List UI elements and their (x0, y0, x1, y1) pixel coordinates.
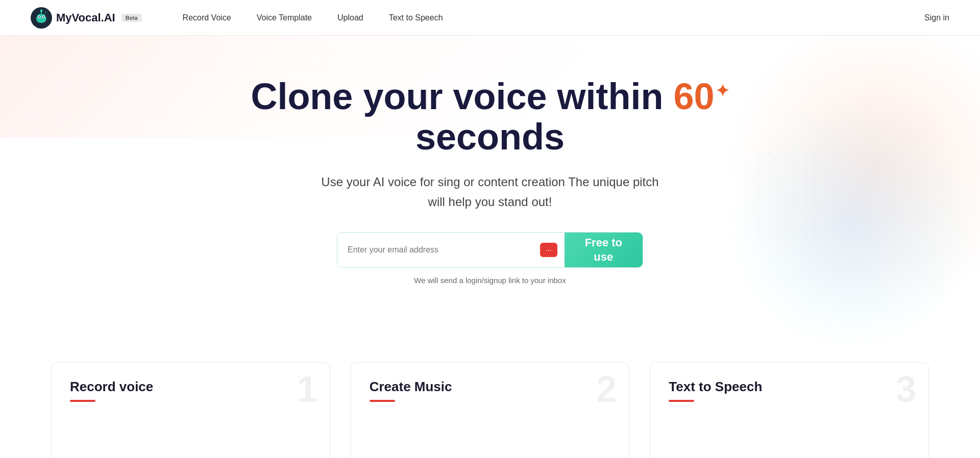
hero-title-start: Clone your voice within (251, 76, 673, 117)
beta-badge: Beta (121, 14, 142, 22)
features-row: 1 Record voice 2 Create Music 3 Text to … (0, 352, 980, 458)
navbar: ♪ MyVocal.AI Beta Record Voice Voice Tem… (0, 0, 980, 36)
sign-in-button[interactable]: Sign in (924, 13, 949, 22)
svg-text:♪: ♪ (44, 9, 47, 15)
hero-subtitle: Use your AI voice for sing or content cr… (316, 172, 664, 212)
feature-title-1: Record voice (70, 379, 311, 395)
hero-section: Clone your voice within 60✦ seconds Use … (0, 36, 980, 352)
feature-card-record-voice[interactable]: 1 Record voice (51, 362, 330, 458)
nav-links: Record Voice Voice Template Upload Text … (183, 13, 924, 22)
feature-number-2: 2 (596, 371, 617, 408)
email-form: ··· Free to use (337, 232, 643, 268)
feature-card-text-to-speech[interactable]: 3 Text to Speech (650, 362, 929, 458)
email-icon-box: ··· (533, 233, 565, 267)
email-icon: ··· (540, 243, 557, 257)
hero-sparkle: ✦ (716, 82, 729, 100)
feature-title-2: Create Music (370, 379, 611, 395)
free-btn-line1: Free to (585, 236, 622, 249)
logo-area[interactable]: ♪ MyVocal.AI Beta (31, 7, 142, 29)
feature-card-create-music[interactable]: 2 Create Music (351, 362, 630, 458)
nav-upload[interactable]: Upload (337, 13, 363, 22)
logo-icon: ♪ (31, 7, 52, 29)
hero-title-number: 60 (674, 76, 715, 117)
feature-underline-1 (70, 400, 95, 402)
logo-text: MyVocal.AI (56, 11, 115, 24)
feature-title-3: Text to Speech (669, 379, 910, 395)
svg-point-8 (40, 9, 43, 12)
free-btn-line2: use (594, 250, 613, 263)
feature-underline-2 (370, 400, 395, 402)
svg-point-5 (39, 16, 40, 17)
feature-number-1: 1 (297, 371, 317, 408)
dots-pattern (755, 148, 847, 240)
nav-voice-template[interactable]: Voice Template (257, 13, 312, 22)
helper-text: We will send a login/signup link to your… (414, 276, 566, 285)
email-dots-icon: ··· (546, 246, 552, 254)
svg-point-6 (43, 16, 44, 17)
nav-text-to-speech[interactable]: Text to Speech (389, 13, 443, 22)
hero-title: Clone your voice within 60✦ seconds (184, 77, 796, 157)
email-input[interactable] (337, 233, 533, 267)
feature-number-3: 3 (896, 371, 916, 408)
feature-underline-3 (669, 400, 694, 402)
hero-title-end: seconds (415, 116, 565, 157)
nav-record-voice[interactable]: Record Voice (183, 13, 231, 22)
free-to-use-button[interactable]: Free to use (565, 233, 643, 267)
